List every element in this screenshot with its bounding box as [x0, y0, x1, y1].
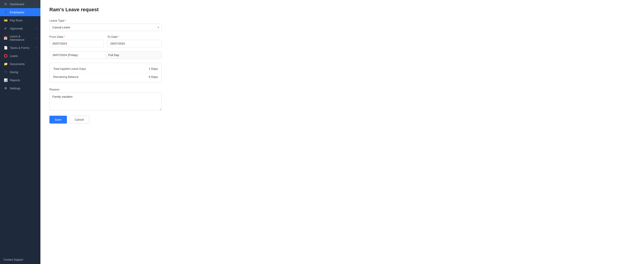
dashboard-icon: ⊙	[4, 2, 8, 6]
page-title: Ram's Leave request	[50, 7, 162, 13]
leave-request-form: Ram's Leave request Leave Type* Casual L…	[50, 7, 162, 123]
save-button[interactable]: Save	[50, 116, 67, 123]
settings-icon: ⚙	[4, 86, 8, 90]
employees-icon: 👤	[4, 10, 8, 14]
sidebar-item-loans[interactable]: ⭕Loans	[0, 52, 40, 60]
button-row: Save Cancel	[50, 116, 162, 123]
reports-icon: 📊	[4, 78, 8, 82]
sidebar-item-label: Employees	[10, 11, 24, 14]
total-applied-value: 1 Days	[149, 67, 158, 70]
sidebar-item-taxes-forms[interactable]: 📄Taxes & Forms›	[0, 44, 40, 52]
sidebar-item-label: Pay Runs	[10, 19, 22, 22]
sidebar-item-settings[interactable]: ⚙Settings	[0, 84, 40, 92]
sidebar-item-label: Dashboard	[10, 3, 24, 6]
sidebar-item-dashboard[interactable]: ⊙Dashboard	[0, 0, 40, 8]
chevron-right-icon: ›	[36, 47, 37, 49]
sidebar-item-approvals[interactable]: ✔Approvals›	[0, 24, 40, 32]
documents-icon: 📁	[4, 62, 8, 66]
sidebar-item-label: Giving	[10, 70, 18, 74]
sidebar-item-label: Documents	[10, 62, 25, 66]
sidebar-item-label: Settings	[10, 87, 20, 90]
sidebar-item-label: Approvals	[10, 27, 23, 30]
date-day-label: 26/07/2024 (Friday)	[50, 52, 106, 59]
sidebar-item-reports[interactable]: 📊Reports	[0, 76, 40, 84]
remaining-balance-row: Remaining Balance 6 Days	[53, 73, 158, 79]
chevron-right-icon: ›	[36, 27, 37, 30]
from-date-field: From Date*	[50, 35, 104, 47]
day-type-label: Full Day	[106, 52, 162, 59]
reason-label: Reason	[50, 88, 162, 91]
sidebar-item-pay-runs[interactable]: 💳Pay Runs	[0, 16, 40, 24]
leave-type-field: Leave Type* Casual LeaveSick LeaveAnnual…	[50, 19, 162, 31]
contact-support-link[interactable]: Contact Support	[0, 255, 40, 264]
sidebar-item-documents[interactable]: 📁Documents	[0, 60, 40, 68]
from-date-label: From Date*	[50, 35, 104, 39]
sidebar-item-leave-attendance[interactable]: 📅Leave & Attendance›	[0, 32, 40, 44]
to-date-input[interactable]	[107, 40, 162, 47]
to-date-label: To Date*	[107, 35, 162, 39]
sidebar: ⊙Dashboard👤Employees💳Pay Runs✔Approvals›…	[0, 0, 40, 264]
sidebar-item-employees[interactable]: 👤Employees	[0, 8, 40, 16]
sidebar-item-label: Loans	[10, 54, 18, 58]
remaining-balance-label: Remaining Balance	[53, 75, 78, 79]
loans-icon: ⭕	[4, 54, 8, 58]
total-applied-label: Total Applied Leave Days	[53, 67, 86, 70]
to-date-field: To Date*	[107, 35, 162, 47]
giving-icon: ♡	[4, 70, 8, 74]
taxes-forms-icon: 📄	[4, 46, 8, 50]
leave-type-select[interactable]: Casual LeaveSick LeaveAnnual LeaveUnpaid…	[50, 24, 162, 31]
required-star: *	[65, 19, 66, 22]
reason-field: Reason	[50, 88, 162, 111]
approvals-icon: ✔	[4, 27, 8, 30]
pay-runs-icon: 💳	[4, 19, 8, 22]
cancel-button[interactable]: Cancel	[69, 116, 89, 123]
sidebar-item-giving[interactable]: ♡Giving	[0, 68, 40, 76]
date-summary-row: 26/07/2024 (Friday) Full Day	[50, 51, 162, 59]
sidebar-item-label: Reports	[10, 79, 20, 82]
leave-attendance-icon: 📅	[4, 36, 8, 40]
from-date-input[interactable]	[50, 40, 104, 47]
reason-textarea[interactable]	[50, 92, 162, 110]
remaining-balance-value: 6 Days	[149, 75, 158, 79]
leave-type-select-wrapper: Casual LeaveSick LeaveAnnual LeaveUnpaid…	[50, 24, 162, 31]
date-row: From Date* To Date*	[50, 35, 162, 47]
sidebar-item-label: Taxes & Forms	[10, 46, 30, 50]
chevron-right-icon: ›	[36, 37, 37, 39]
main-content: Ram's Leave request Leave Type* Casual L…	[40, 0, 644, 264]
sidebar-item-label: Leave & Attendance	[10, 35, 34, 41]
total-applied-row: Total Applied Leave Days 1 Days	[53, 66, 158, 71]
leave-summary-box: Total Applied Leave Days 1 Days Remainin…	[50, 63, 162, 83]
leave-type-label: Leave Type*	[50, 19, 162, 22]
